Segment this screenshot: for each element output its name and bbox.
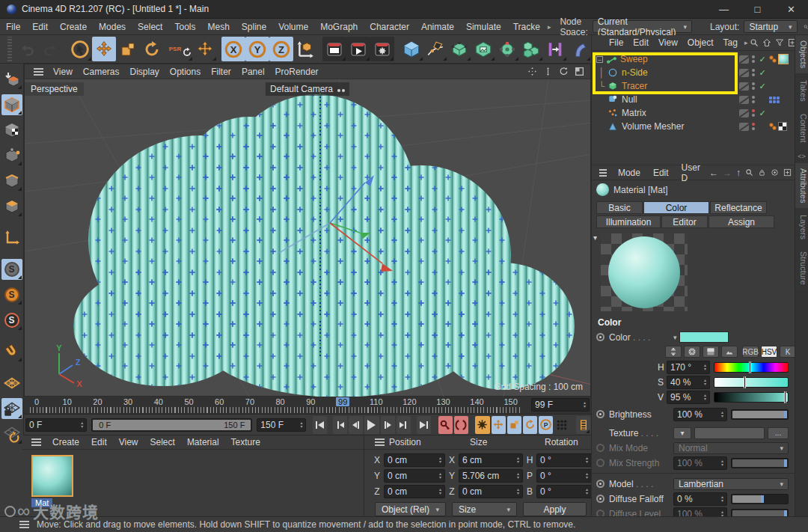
field-force-button[interactable] <box>543 37 567 61</box>
hue-slider[interactable] <box>714 362 789 373</box>
menu-simulate[interactable]: Simulate <box>460 22 507 32</box>
tab-color[interactable]: Color <box>643 201 709 214</box>
object-row-sweep[interactable]: – Sweep ✓ <box>592 52 795 66</box>
layer-toggle-icon[interactable] <box>739 109 749 117</box>
om-menu-overflow-arrow[interactable]: ▸ <box>743 39 750 46</box>
size-x-field[interactable]: 6 cm▴▾ <box>459 453 523 467</box>
om-menu-tag[interactable]: Tag <box>719 37 742 48</box>
workplane-mode-button[interactable] <box>1 424 22 444</box>
redo-button[interactable] <box>39 37 63 61</box>
menu-volume[interactable]: Volume <box>272 22 314 32</box>
quantize-button[interactable]: S <box>1 310 22 331</box>
tab-attributes[interactable]: Attributes <box>795 163 808 208</box>
search-icon[interactable] <box>804 22 808 32</box>
go-to-end-button[interactable] <box>417 416 431 434</box>
edges-mode-button[interactable] <box>1 171 22 192</box>
layer-toggle-icon[interactable] <box>739 55 749 64</box>
toggle-view-icon[interactable] <box>575 67 584 76</box>
saturation-slider[interactable] <box>714 377 789 388</box>
camera-label[interactable]: Default Camera <box>266 82 349 96</box>
filter-icon[interactable] <box>775 38 784 47</box>
material-menu-icon[interactable] <box>31 438 41 446</box>
history-forward-icon[interactable]: → <box>723 168 732 178</box>
chevron-down-icon[interactable]: ▾ <box>673 334 679 341</box>
color-spectrum-icon[interactable] <box>703 346 719 358</box>
object-name[interactable]: Volume Mesher <box>622 121 684 132</box>
subdivision-surface-button[interactable] <box>447 37 471 61</box>
size-z-field[interactable]: 0 cm▴▾ <box>459 485 523 498</box>
pan-camera-icon[interactable] <box>527 67 537 76</box>
diffuse-falloff-radio[interactable] <box>596 495 605 503</box>
visibility-dots[interactable] <box>751 55 756 63</box>
node-space-dropdown[interactable]: Current (Standard/Physical) ▾ <box>593 20 692 33</box>
next-key-button[interactable] <box>397 416 411 434</box>
current-frame-field[interactable]: 99 F▴▾ <box>531 398 590 412</box>
coordinates-menu-icon[interactable] <box>375 438 385 446</box>
live-selection-button[interactable] <box>68 37 92 61</box>
scale-tool-button[interactable] <box>116 37 140 61</box>
om-menu-view[interactable]: View <box>654 37 682 48</box>
volume-builder-button[interactable] <box>519 37 543 61</box>
object-name[interactable]: Null <box>622 94 637 105</box>
timeline-playhead[interactable]: 99 <box>336 397 349 406</box>
lock-icon[interactable] <box>758 168 766 177</box>
pos-x-field[interactable]: 0 cm▴▾ <box>384 453 445 467</box>
add-panel-icon[interactable] <box>783 168 792 177</box>
menu-modes[interactable]: Modes <box>93 22 132 32</box>
previous-key-button[interactable] <box>333 416 347 434</box>
menu-file[interactable]: File <box>0 22 26 32</box>
pos-z-field[interactable]: 0 cm▴▾ <box>384 485 445 498</box>
am-menu-edit[interactable]: Edit <box>647 168 675 178</box>
color-swatch[interactable] <box>679 331 729 343</box>
material-menu-texture[interactable]: Texture <box>226 437 266 447</box>
viewport-menu-filter[interactable]: Filter <box>206 67 236 77</box>
viewport-menu-options[interactable]: Options <box>165 67 206 77</box>
value-field[interactable]: 95 %▴▾ <box>667 391 710 404</box>
texture-mode-button[interactable] <box>1 120 22 141</box>
material-menu-edit[interactable]: Edit <box>86 437 112 447</box>
menu-overflow-arrow[interactable]: ▸ <box>546 23 553 31</box>
brightness-field[interactable]: 100 %▴▾ <box>673 408 727 421</box>
collapse-tabs-icon[interactable]: <> <box>798 150 806 163</box>
visibility-dots[interactable] <box>751 123 756 130</box>
menu-spline[interactable]: Spline <box>236 22 272 32</box>
generator-button[interactable] <box>471 37 495 61</box>
hsv-mode-button[interactable]: HSV <box>761 346 777 358</box>
menu-tracking[interactable]: Tracke <box>507 22 546 32</box>
brightness-slider[interactable] <box>731 409 789 420</box>
texture-path-field[interactable] <box>694 427 765 439</box>
menu-animate[interactable]: Animate <box>415 22 460 32</box>
tab-content[interactable]: Content <box>795 108 808 148</box>
add-cube-primitive-button[interactable] <box>400 37 423 61</box>
model-dropdown[interactable]: Lambertian▾ <box>673 478 789 490</box>
phong-tag-icon[interactable] <box>769 123 777 130</box>
coordinate-mode-dropdown[interactable]: Object (Rel)▾ <box>375 502 446 516</box>
layer-toggle-icon[interactable] <box>739 96 749 104</box>
history-back-icon[interactable]: ← <box>709 168 718 178</box>
minimize-button[interactable]: — <box>707 0 741 18</box>
bend-deformer-button[interactable] <box>567 37 591 61</box>
visibility-dots[interactable] <box>751 69 756 76</box>
tab-layers[interactable]: Layers <box>795 210 808 245</box>
menu-select[interactable]: Select <box>132 22 168 32</box>
frame-range-slider[interactable]: 0 F150 F <box>91 418 252 432</box>
color-picker-image-icon[interactable] <box>721 346 738 358</box>
viewport-menu-display[interactable]: Display <box>124 67 164 77</box>
polygons-mode-button[interactable] <box>1 196 22 217</box>
model-mode-button[interactable] <box>1 94 22 115</box>
menu-edit[interactable]: Edit <box>26 22 54 32</box>
saturation-marker[interactable] <box>744 376 746 388</box>
object-name[interactable]: Matrix <box>622 108 646 118</box>
next-frame-button[interactable] <box>381 416 395 434</box>
compact-mode-icon[interactable] <box>665 346 682 358</box>
phong-tag-icon[interactable] <box>769 55 777 63</box>
record-keyframe-button[interactable] <box>438 416 453 434</box>
size-mode-dropdown[interactable]: Size▾ <box>452 502 517 516</box>
timeline-window-button[interactable] <box>576 416 590 434</box>
close-button[interactable]: ✕ <box>774 0 808 18</box>
autokey-button[interactable] <box>454 416 468 434</box>
lock-workplane-button[interactable] <box>1 398 22 419</box>
am-menu-mode[interactable]: Mode <box>612 168 646 178</box>
rotate-camera-icon[interactable] <box>559 67 569 76</box>
viewport-menu-panel[interactable]: Panel <box>236 67 270 77</box>
